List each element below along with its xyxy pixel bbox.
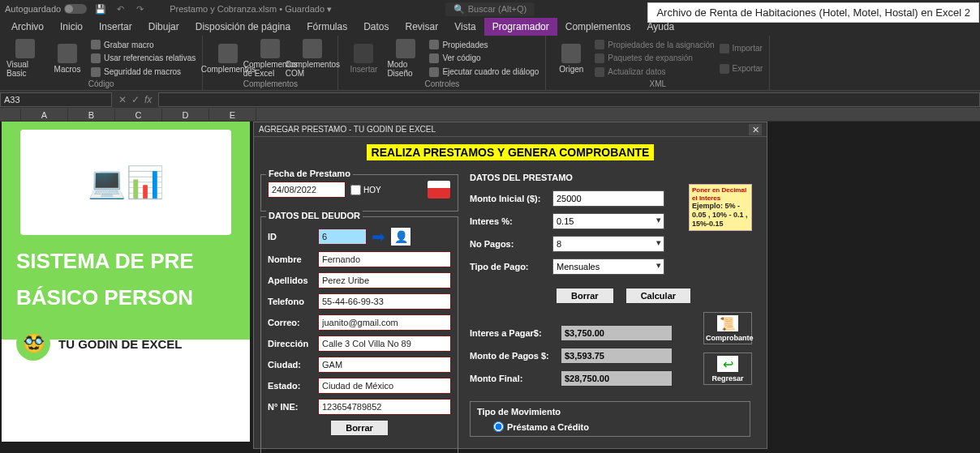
grabar-macro-button[interactable]: Grabar macro	[91, 40, 196, 49]
calcular-button[interactable]: Calcular	[625, 288, 691, 304]
insertar-control-button[interactable]: Insertar	[345, 39, 382, 78]
nombre-label: Nombre	[268, 254, 313, 264]
col-E[interactable]: E	[209, 109, 256, 121]
tab-programador[interactable]: Programador	[484, 18, 557, 36]
estado-input[interactable]	[318, 378, 451, 394]
interes-pagar-label: Interes a Pagar$:	[470, 328, 554, 338]
tab-disposicion[interactable]: Disposición de página	[187, 18, 299, 36]
deudor-fieldset: DATOS DEL DEUDOR ID ➡ 👤 Nombre Apellidos…	[260, 216, 458, 453]
addin-icon	[218, 44, 238, 63]
tab-vista[interactable]: Vista	[446, 18, 484, 36]
avatar-icon[interactable]: 👤	[390, 227, 411, 246]
mapprops-icon	[595, 40, 604, 49]
id-input[interactable]	[318, 229, 367, 245]
macros-button[interactable]: Macros	[49, 39, 86, 78]
prestamo-credito-radio[interactable]	[493, 421, 504, 432]
complementos-button[interactable]: Complementos	[209, 39, 247, 78]
prop-asignacion-button: Propiedades de la asignación	[595, 40, 714, 49]
arrow-right-icon[interactable]: ➡	[372, 227, 385, 246]
direccion-input[interactable]	[318, 335, 451, 352]
tipo-pago-label: Tipo de Pago:	[470, 262, 546, 271]
apellidos-input[interactable]	[318, 272, 451, 288]
interes-label: Interes %:	[470, 216, 546, 226]
autosave-toggle[interactable]: Autoguardado	[5, 4, 87, 14]
col-C[interactable]: C	[115, 109, 162, 121]
modo-diseno-button[interactable]: Modo Diseño	[387, 39, 424, 78]
code-icon	[15, 39, 35, 58]
formula-input[interactable]	[158, 92, 980, 107]
addin-excel-icon	[260, 39, 280, 58]
video-title-overlay: Archivo de Renta de Habitaciones (Hotel,…	[647, 2, 979, 23]
origen-button[interactable]: Origen	[552, 39, 590, 78]
comprobante-button[interactable]: 📜 Comprobante	[703, 312, 752, 344]
select-all-corner[interactable]	[0, 109, 21, 121]
dialog-titlebar[interactable]: AGREGAR PRESTAMO - TU GODIN DE EXCEL ✕	[254, 122, 767, 137]
tab-dibujar[interactable]: Dibujar	[140, 18, 187, 36]
tab-insertar[interactable]: Insertar	[91, 18, 140, 36]
calendar-icon[interactable]	[427, 180, 451, 199]
visual-basic-button[interactable]: Visual Basic	[6, 39, 44, 78]
search-input[interactable]: 🔍 Buscar (Alt+Q)	[445, 2, 535, 16]
close-icon[interactable]: ✕	[749, 124, 762, 135]
ciudad-input[interactable]	[318, 357, 451, 373]
compl-com-button[interactable]: Complementos COM	[294, 39, 331, 78]
undo-icon[interactable]: ↶	[114, 3, 126, 15]
fecha-input[interactable]	[268, 182, 346, 198]
pagos-combo[interactable]	[552, 236, 664, 252]
propiedades-button[interactable]: Propiedades	[429, 40, 539, 49]
tab-inicio[interactable]: Inicio	[52, 18, 91, 36]
tab-formulas[interactable]: Fórmulas	[299, 18, 355, 36]
regresar-button[interactable]: ↩ Regresar	[703, 353, 752, 385]
monto-input[interactable]	[552, 190, 664, 207]
tab-complementos[interactable]: Complementos	[557, 18, 639, 36]
group-complementos-label: Complementos	[209, 79, 331, 88]
usar-referencias-button[interactable]: Usar referencias relativas	[91, 53, 196, 63]
ejecutar-cuadro-button[interactable]: Ejecutar cuadro de diálogo	[429, 67, 539, 77]
correo-input[interactable]	[318, 314, 451, 331]
column-headers: A B C D E	[0, 109, 980, 122]
telefono-input[interactable]	[318, 293, 451, 310]
monto-final-label: Monto Final:	[470, 374, 554, 383]
fx-icon[interactable]: fx	[144, 94, 152, 105]
promo-image: 💻📊 SISTEMA DE PRE BÁSICO PERSON 🥸 TU GOD…	[2, 122, 250, 442]
hoy-checkbox[interactable]	[350, 185, 361, 195]
telefono-label: Telefono	[268, 297, 313, 306]
fecha-legend: Fecha de Prestamo	[266, 169, 353, 178]
monto-final-output	[561, 370, 673, 387]
source-icon	[561, 44, 581, 63]
nombre-input[interactable]	[318, 251, 451, 267]
save-icon[interactable]: 💾	[95, 3, 106, 15]
col-A[interactable]: A	[21, 109, 68, 121]
back-arrow-icon: ↩	[716, 355, 739, 373]
paquetes-expansion-button: Paquetes de expansión	[595, 53, 714, 63]
interes-combo[interactable]	[552, 213, 664, 229]
cancel-formula-icon[interactable]: ✕	[118, 94, 127, 105]
ciudad-label: Ciudad:	[268, 360, 313, 370]
enter-formula-icon[interactable]: ✓	[131, 94, 140, 105]
name-box[interactable]: A33	[0, 92, 112, 107]
sticky-note: Poner en Decimal el Interes Ejemplo: 5% …	[689, 184, 752, 231]
ver-codigo-button[interactable]: Ver código	[429, 53, 539, 63]
run-dialog-icon	[429, 67, 439, 77]
compl-excel-button[interactable]: Complementos de Excel	[251, 39, 289, 78]
dialog-heading: REALIZA PRESTAMOS Y GENERA COMPROBANTE	[262, 145, 759, 160]
design-icon	[396, 39, 415, 58]
col-D[interactable]: D	[162, 109, 209, 121]
tab-revisar[interactable]: Revisar	[398, 18, 447, 36]
redo-icon[interactable]: ↷	[134, 3, 145, 15]
tab-datos[interactable]: Datos	[355, 18, 397, 36]
grid-icon	[91, 53, 101, 63]
borrar-prestamo-button[interactable]: Borrar	[556, 288, 614, 304]
agregar-prestamo-dialog: AGREGAR PRESTAMO - TU GODIN DE EXCEL ✕ R…	[253, 122, 767, 449]
tab-archivo[interactable]: Archivo	[3, 18, 52, 36]
fecha-fieldset: Fecha de Prestamo HOY	[260, 174, 458, 212]
col-B[interactable]: B	[68, 109, 115, 121]
seguridad-macros-button[interactable]: Seguridad de macros	[91, 67, 196, 77]
filename-label[interactable]: Prestamo y Cobranza.xlsm • Guardado ▾	[170, 4, 332, 15]
ine-input[interactable]	[318, 399, 451, 415]
tipo-pago-combo[interactable]	[552, 259, 664, 275]
pagos-label: No Pagos:	[470, 239, 546, 249]
addin-com-icon	[303, 39, 322, 58]
macros-icon	[58, 44, 77, 63]
borrar-deudor-button[interactable]: Borrar	[330, 420, 389, 436]
